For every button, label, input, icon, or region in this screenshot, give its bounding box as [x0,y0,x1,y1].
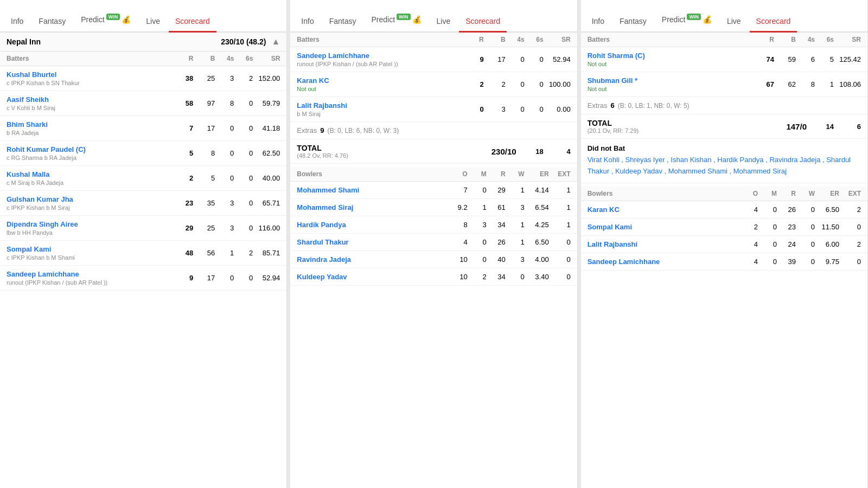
batter-row-karan-kc: Karan KCNot out 2 2 0 0 100.00 [290,72,577,97]
tab-scorecard-1[interactable]: Scorecard [169,11,216,33]
col-4s-1: 4s [215,55,234,62]
tab-predict-3[interactable]: Predict WIN 💰 [655,8,718,33]
col-sr-1: SR [253,55,280,62]
bowler-row-shami: Mohammed Shami 7 0 29 1 4.14 1 [290,182,577,199]
batter-row-sandeep-1: Sandeep Lamichhanerunout (IPKP Kishan / … [0,266,286,291]
tab-predict-1[interactable]: Predict WIN 💰 [74,8,137,33]
tab-fantasy-2[interactable]: Fantasy [323,11,363,33]
col-batters-1: Batters [7,55,171,62]
win-badge-3: WIN [687,14,701,20]
team-score-nepal: 230/10 (48.2) [221,37,266,46]
batter-row-bhim-sharki: Bhim Sharkib RA Jadeja 7 17 0 0 41.18 [0,116,286,141]
coin-icon-3: 💰 [703,15,712,24]
panel-india: Info Fantasy Predict WIN 💰 Live Scorecar… [581,0,868,488]
bowler-row-jadeja: Ravindra Jadeja 10 0 40 3 4.00 0 [290,251,577,268]
tab-bar-nepal: Info Fantasy Predict WIN 💰 Live Scorecar… [0,0,286,33]
batter-row-lalit: Lalit Rajbanshib M Siraj 0 3 0 0 0.00 [290,97,577,122]
tab-live-1[interactable]: Live [139,11,167,33]
tab-fantasy-3[interactable]: Fantasy [613,11,653,33]
bowler-row-sompal-kami: Sompal Kami 2 0 23 0 11.50 0 [581,219,867,236]
bowler-row-shardul: Shardul Thakur 4 0 26 1 6.50 0 [290,234,577,251]
bowler-row-siraj: Mohammed Siraj 9.2 1 61 3 6.54 1 [290,199,577,216]
batters-table-header-2: Batters R B 4s 6s SR [290,33,577,47]
bowlers-table-header-2: Bowlers O M R W ER EXT [290,167,577,182]
panel-nepal-bowlers: Info Fantasy Predict WIN 💰 Live Scorecar… [290,0,577,488]
total-row-3: TOTAL (20.1 Ov, RR: 7.29) 147/0 14 6 [581,114,867,139]
did-not-bat-section: Did not Bat Virat Kohli , Shreyas Iyer ,… [581,139,867,183]
bowler-row-kuldeep: Kuldeep Yadav 10 2 34 0 3.40 0 [290,268,577,286]
tab-predict-2[interactable]: Predict WIN 💰 [365,8,428,33]
scorecard-body-3: Batters R B 4s 6s SR Rohit Sharma (C)Not… [581,33,867,488]
batter-row-rohit-sharma: Rohit Sharma (C)Not out 74 59 6 5 125.42 [581,47,867,72]
batter-row-sandeep-2: Sandeep Lamichhanerunout (IPKP Kishan / … [290,47,577,72]
batters-table-header-1: Batters R B 4s 6s SR [0,52,286,66]
col-batters-2: Batters [297,36,462,43]
bowler-row-karan-kc: Karan KC 4 0 26 0 6.50 2 [581,201,867,219]
panel-nepal-inn: Info Fantasy Predict WIN 💰 Live Scorecar… [0,0,287,488]
extras-row-3: Extras6(B: 0, LB: 1, NB: 0, W: 5) [581,97,867,114]
col-6s-1: 6s [234,55,253,62]
tab-info-1[interactable]: Info [4,11,30,33]
batter-row-dipendra: Dipendra Singh Aireelbw b HH Pandya 29 2… [0,216,286,241]
win-badge-2: WIN [397,14,411,20]
bowler-row-sandeep-lam: Sandeep Lamichhane 4 0 39 0 9.75 0 [581,253,867,271]
batter-row-kushal-malla: Kushal Mallac M Siraj b RA Jadeja 2 5 0 … [0,166,286,191]
coin-icon-2: 💰 [412,15,422,24]
tab-scorecard-3[interactable]: Scorecard [750,11,797,33]
tab-info-3[interactable]: Info [585,11,611,33]
tab-info-2[interactable]: Info [295,11,320,33]
coin-icon-1: 💰 [122,15,131,24]
scorecard-body-2: Batters R B 4s 6s SR Sandeep Lamichhaner… [290,33,577,488]
total-row-2: TOTAL (48.2 Ov, RR: 4.76) 230/10 18 4 [290,139,577,164]
batter-row-rohit-paudel: Rohit Kumar Paudel (C)c RG Sharma b RA J… [0,141,286,166]
bowler-row-lalit-raj: Lalit Rajbanshi 4 0 24 0 6.00 2 [581,236,867,253]
col-b-1: B [193,55,215,62]
bowlers-table-header-3: Bowlers O M R W ER EXT [581,187,867,201]
team-header-nepal: Nepal Inn 230/10 (48.2) ▲ [0,33,286,52]
tab-bar-india: Info Fantasy Predict WIN 💰 Live Scorecar… [581,0,867,33]
batters-table-header-3: Batters R B 4s 6s SR [581,33,867,47]
tab-fantasy-1[interactable]: Fantasy [32,11,72,33]
extras-row-2: Extras9(B: 0, LB: 6, NB: 0, W: 3) [290,122,577,139]
team-name-nepal: Nepal Inn [7,37,41,46]
batter-row-kushal-bhurtel: Kushal Bhurtelc IPKP Kishan b SN Thakur … [0,66,286,91]
bowler-row-hardik: Hardik Pandya 8 3 34 1 4.25 1 [290,216,577,234]
tab-live-3[interactable]: Live [720,11,748,33]
win-badge-1: WIN [106,14,120,20]
batter-row-gulshan-jha: Gulshan Kumar Jhac IPKP Kishan b M Siraj… [0,191,286,216]
tab-scorecard-2[interactable]: Scorecard [459,11,507,33]
tab-live-2[interactable]: Live [430,11,457,33]
scorecard-body-1: Nepal Inn 230/10 (48.2) ▲ Batters R B 4s… [0,33,286,488]
batter-row-sompal: Sompal Kamic IPKP Kishan b M Shami 48 56… [0,241,286,266]
collapse-icon-nepal[interactable]: ▲ [271,37,280,47]
tab-bar-nepal-2: Info Fantasy Predict WIN 💰 Live Scorecar… [290,0,577,33]
col-r-1: R [171,55,193,62]
batter-row-shubman-gill: Shubman Gill *Not out 67 62 8 1 108.06 [581,72,867,97]
batter-row-aasif-sheikh: Aasif Sheikhc V Kohli b M Siraj 58 97 8 … [0,91,286,116]
